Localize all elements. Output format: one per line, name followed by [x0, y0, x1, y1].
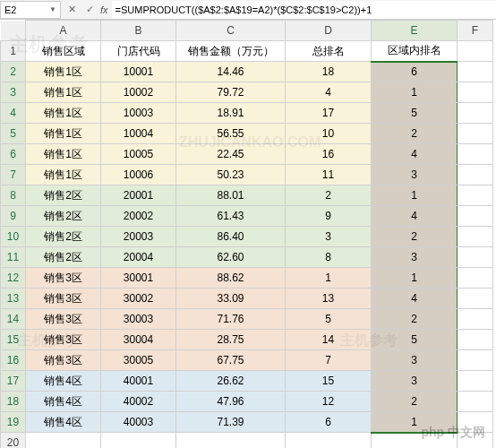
row-header[interactable]: 1: [1, 41, 26, 62]
cell-store[interactable]: 30005: [101, 350, 176, 371]
col-header-E[interactable]: E: [372, 21, 458, 41]
row-header[interactable]: 17: [1, 371, 26, 392]
row-header[interactable]: 16: [1, 350, 26, 371]
cell-amount[interactable]: 28.75: [176, 330, 286, 350]
cell-amount[interactable]: 33.09: [176, 289, 286, 309]
cell-amount[interactable]: 56.55: [176, 124, 286, 144]
row-header[interactable]: 18: [1, 392, 26, 412]
cell-region[interactable]: 销售1区: [26, 62, 101, 82]
cell-rank-all[interactable]: 13: [286, 289, 372, 309]
cell[interactable]: [458, 309, 493, 330]
col-header-B[interactable]: B: [101, 21, 176, 41]
cell-rank-all[interactable]: 11: [286, 165, 372, 185]
cell-amount[interactable]: 88.01: [176, 185, 286, 206]
cell-amount[interactable]: 88.62: [176, 268, 286, 289]
cell-rank-region[interactable]: 3: [372, 371, 458, 392]
cell-rank-all[interactable]: 9: [286, 206, 372, 227]
cell[interactable]: [458, 82, 493, 103]
cell[interactable]: [458, 227, 493, 247]
cell-store[interactable]: 20003: [101, 227, 176, 247]
cell-region[interactable]: 销售2区: [26, 206, 101, 227]
cell-region[interactable]: 销售1区: [26, 124, 101, 144]
accept-icon[interactable]: ✓: [82, 4, 97, 15]
cell-amount[interactable]: 79.72: [176, 82, 286, 103]
cell-amount[interactable]: 22.45: [176, 144, 286, 165]
cell-store[interactable]: 20001: [101, 185, 176, 206]
header-cell[interactable]: 总排名: [286, 41, 372, 62]
cell[interactable]: [458, 330, 493, 350]
fx-icon[interactable]: fx: [100, 4, 108, 15]
select-all-corner[interactable]: [1, 21, 26, 41]
row-header[interactable]: 14: [1, 309, 26, 330]
cancel-icon[interactable]: ✕: [64, 4, 79, 15]
cell[interactable]: [458, 144, 493, 165]
cell[interactable]: [458, 165, 493, 185]
cell-store[interactable]: 10003: [101, 103, 176, 124]
row-header[interactable]: 3: [1, 82, 26, 103]
cell-rank-all[interactable]: 5: [286, 309, 372, 330]
cell-region[interactable]: 销售3区: [26, 330, 101, 350]
col-header-F[interactable]: F: [458, 21, 493, 41]
header-cell[interactable]: 销售金额（万元）: [176, 41, 286, 62]
cell-region[interactable]: 销售3区: [26, 309, 101, 330]
cell-store[interactable]: 10006: [101, 165, 176, 185]
cell-region[interactable]: 销售3区: [26, 289, 101, 309]
cell-rank-all[interactable]: 16: [286, 144, 372, 165]
cell[interactable]: [458, 206, 493, 227]
cell-rank-region[interactable]: 3: [372, 247, 458, 268]
cell-rank-region[interactable]: 2: [372, 124, 458, 144]
cell-rank-all[interactable]: 1: [286, 268, 372, 289]
cell-region[interactable]: 销售2区: [26, 227, 101, 247]
cell-rank-region[interactable]: 2: [372, 309, 458, 330]
cell-amount[interactable]: 18.91: [176, 103, 286, 124]
cell[interactable]: [458, 124, 493, 144]
cell-rank-region[interactable]: 4: [372, 289, 458, 309]
cell-store[interactable]: 20004: [101, 247, 176, 268]
cell[interactable]: [458, 371, 493, 392]
cell-store[interactable]: 10002: [101, 82, 176, 103]
cell[interactable]: [176, 433, 286, 449]
cell-rank-region[interactable]: 5: [372, 330, 458, 350]
cell-region[interactable]: 销售4区: [26, 412, 101, 433]
cell-rank-all[interactable]: 3: [286, 227, 372, 247]
cell-rank-region[interactable]: 2: [372, 227, 458, 247]
cell-store[interactable]: 20002: [101, 206, 176, 227]
cell-store[interactable]: 30001: [101, 268, 176, 289]
cell[interactable]: [458, 41, 493, 62]
cell-region[interactable]: 销售3区: [26, 350, 101, 371]
cell-store[interactable]: 10005: [101, 144, 176, 165]
col-header-C[interactable]: C: [176, 21, 286, 41]
chevron-down-icon[interactable]: ▼: [49, 5, 56, 13]
header-cell[interactable]: 区域内排名: [372, 41, 458, 62]
row-header[interactable]: 20: [1, 433, 26, 449]
cell-rank-all[interactable]: 10: [286, 124, 372, 144]
cell-region[interactable]: 销售4区: [26, 392, 101, 412]
cell-rank-region[interactable]: 3: [372, 350, 458, 371]
cell-rank-all[interactable]: 2: [286, 185, 372, 206]
row-header[interactable]: 13: [1, 289, 26, 309]
cell-rank-region[interactable]: 1: [372, 82, 458, 103]
cell-rank-all[interactable]: 7: [286, 350, 372, 371]
cell-store[interactable]: 40001: [101, 371, 176, 392]
row-header[interactable]: 11: [1, 247, 26, 268]
cell-rank-all[interactable]: 18: [286, 62, 372, 82]
cell-rank-region[interactable]: 4: [372, 144, 458, 165]
cell-store[interactable]: 40003: [101, 412, 176, 433]
cell-rank-all[interactable]: 6: [286, 412, 372, 433]
cell-rank-all[interactable]: 8: [286, 247, 372, 268]
cell-store[interactable]: 10001: [101, 62, 176, 82]
cell-region[interactable]: 销售4区: [26, 371, 101, 392]
cell-rank-region[interactable]: 1: [372, 268, 458, 289]
cell-region[interactable]: 销售1区: [26, 82, 101, 103]
col-header-A[interactable]: A: [26, 21, 101, 41]
cell-amount[interactable]: 61.43: [176, 206, 286, 227]
cell-rank-region[interactable]: 5: [372, 103, 458, 124]
cell[interactable]: [458, 185, 493, 206]
header-cell[interactable]: 门店代码: [101, 41, 176, 62]
cell-amount[interactable]: 67.75: [176, 350, 286, 371]
spreadsheet-grid[interactable]: A B C D E F 1 销售区域 门店代码 销售金额（万元） 总排名 区域内…: [0, 20, 493, 448]
cell-region[interactable]: 销售2区: [26, 185, 101, 206]
cell[interactable]: [458, 247, 493, 268]
cell-rank-region[interactable]: 4: [372, 206, 458, 227]
row-header[interactable]: 10: [1, 227, 26, 247]
